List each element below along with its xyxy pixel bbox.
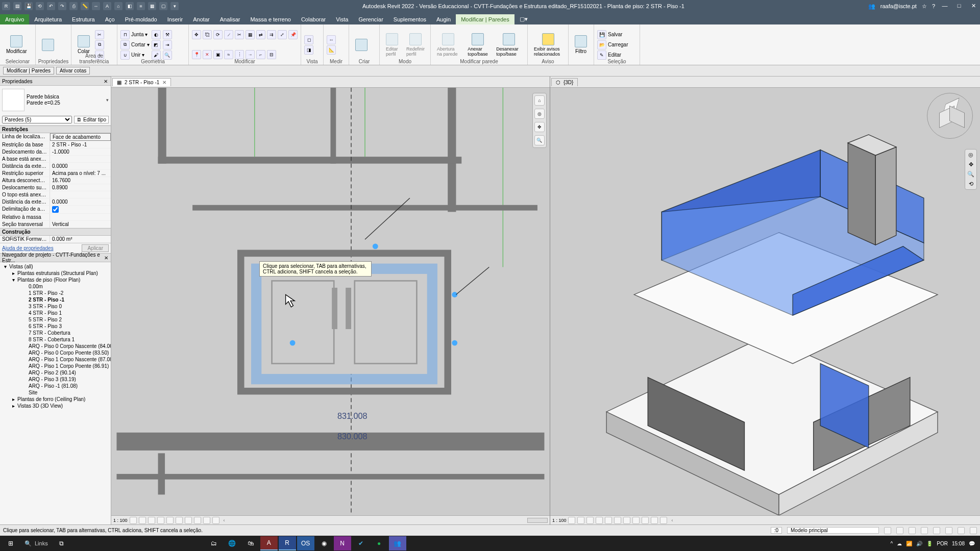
- property-row[interactable]: Distância da extensã...0.0000: [0, 198, 111, 206]
- orbit-icon[interactable]: ⟲: [969, 181, 973, 187]
- browser-item[interactable]: ARQ - Piso 0 Corpo Nascente (84.06): [0, 343, 111, 349]
- delete-icon[interactable]: ✕: [203, 50, 212, 59]
- copy2-icon[interactable]: ⿻: [203, 30, 212, 39]
- property-row[interactable]: Seção transversalVertical: [0, 221, 111, 228]
- constraints-icon[interactable]: [203, 517, 210, 524]
- browser-item[interactable]: 5 STR - Piso 2: [0, 316, 111, 323]
- browser-item[interactable]: 4 STR - Piso 1: [0, 310, 111, 316]
- analytical-icon[interactable]: [212, 517, 219, 524]
- rotate-icon[interactable]: ⟳: [213, 30, 223, 39]
- demolish-icon[interactable]: ⚒: [163, 30, 172, 39]
- copy-icon[interactable]: ⧉: [95, 40, 104, 49]
- pin-icon[interactable]: 📌: [288, 30, 298, 39]
- view-tab-3d[interactable]: ⬡ {3D}: [551, 78, 578, 86]
- browser-item[interactable]: 6 STR - Piso 3: [0, 323, 111, 330]
- property-row[interactable]: Delimitação de ambi...: [0, 206, 111, 214]
- browser-item[interactable]: 7 STR - Cobertura: [0, 330, 111, 336]
- load-selection-button[interactable]: 📂Carregar: [597, 40, 628, 49]
- tab-estrutura[interactable]: Estrutura: [67, 14, 100, 24]
- print-icon[interactable]: ⎙: [69, 2, 78, 10]
- section-box-icon[interactable]: [642, 517, 649, 524]
- zoom-icon[interactable]: 🔍: [534, 135, 545, 145]
- unpin-icon[interactable]: 📍: [192, 50, 201, 59]
- browser-ceiling[interactable]: ▸Plantas de forro (Ceiling Plan): [0, 396, 111, 403]
- apply-button[interactable]: Aplicar: [82, 244, 109, 252]
- close-views-icon[interactable]: ▦: [148, 2, 156, 10]
- splitgap-icon[interactable]: ⊟: [267, 50, 276, 59]
- browser-item[interactable]: 3 STR - Piso 0: [0, 303, 111, 310]
- paste-button[interactable]: Colar: [75, 34, 93, 55]
- offset-icon[interactable]: ⇉: [267, 30, 276, 39]
- browser-3dviews[interactable]: ▸Vistas 3D (3D View): [0, 403, 111, 409]
- background-icon[interactable]: [970, 527, 977, 534]
- tab-vista[interactable]: Vista: [331, 14, 353, 24]
- browser-item[interactable]: Site: [0, 389, 111, 396]
- wheel-icon[interactable]: ◎: [534, 109, 545, 119]
- favorites-icon[interactable]: ☆: [922, 3, 927, 10]
- hide-icon[interactable]: ◻: [304, 35, 313, 44]
- filter-button[interactable]: Filtro: [572, 34, 590, 55]
- view-tab-plan[interactable]: ▦ 2 STR - Piso -1 ✕: [112, 78, 171, 86]
- visual-style-3d-icon[interactable]: [577, 517, 584, 524]
- minimize-button[interactable]: —: [940, 3, 949, 10]
- property-row[interactable]: Relativo à massa: [0, 214, 111, 221]
- align-icon[interactable]: ⇥: [163, 40, 172, 49]
- home-icon[interactable]: ⌂: [534, 95, 545, 106]
- sun-3d-icon[interactable]: [586, 517, 594, 524]
- teams-icon[interactable]: 👥: [389, 536, 406, 550]
- start-button[interactable]: ⊞: [2, 536, 19, 550]
- onenote-icon[interactable]: N: [334, 536, 351, 550]
- reveal-icon[interactable]: [194, 517, 201, 524]
- edit-type-button[interactable]: 🗎 Editar tipo: [74, 116, 109, 123]
- tray-up-icon[interactable]: ^: [891, 541, 893, 546]
- properties-help-link[interactable]: Ajuda de propriedades: [2, 245, 54, 251]
- corner-icon[interactable]: ⌐: [256, 50, 265, 59]
- activate-dims-button[interactable]: Ativar cotas: [56, 67, 90, 74]
- editable-only-icon[interactable]: [884, 527, 891, 534]
- clock[interactable]: 15:08: [952, 541, 965, 546]
- split-face-icon[interactable]: ◩: [152, 40, 161, 49]
- property-row[interactable]: Restrição da base2 STR - Piso -1: [0, 141, 111, 148]
- scale-icon[interactable]: ⤢: [278, 30, 287, 39]
- infocenter-icon[interactable]: 👥: [868, 3, 875, 10]
- autocad-icon[interactable]: A: [260, 536, 278, 550]
- pan-icon[interactable]: ✥: [534, 122, 545, 132]
- crop-icon[interactable]: [166, 517, 174, 524]
- property-row[interactable]: SOFiSTiK Formwork...0.000 m²: [0, 236, 111, 243]
- tab-gerenciar[interactable]: Gerenciar: [354, 14, 388, 24]
- project-browser[interactable]: ▾Vistas (all)▸Plantas estruturais (Struc…: [0, 262, 111, 524]
- property-row[interactable]: Linha de localizaçãoFace de acabamento: [0, 133, 111, 141]
- wifi-icon[interactable]: 📶: [906, 541, 912, 546]
- tab-inserir[interactable]: Inserir: [162, 14, 188, 24]
- create-button[interactable]: [352, 38, 371, 52]
- shadows-icon[interactable]: [157, 517, 164, 524]
- revit-logo-icon[interactable]: R: [2, 2, 10, 10]
- tab-colaborar[interactable]: Colaborar: [296, 14, 331, 24]
- detail-level-icon[interactable]: [130, 517, 137, 524]
- 3d-icon[interactable]: ⌂: [114, 2, 122, 10]
- tab-suplementos[interactable]: Suplementos: [388, 14, 431, 24]
- measure2-icon[interactable]: 📐: [327, 45, 336, 55]
- crop-show-3d-icon[interactable]: [623, 517, 630, 524]
- property-row[interactable]: Deslocamento super...0.8900: [0, 184, 111, 191]
- type-dropdown-icon[interactable]: ▾: [106, 97, 109, 103]
- tab-anotar[interactable]: Anotar: [188, 14, 214, 24]
- highlight-icon[interactable]: 🔍: [163, 51, 172, 60]
- browser-item[interactable]: ARQ - Piso 1 Corpo Nascente (87.08): [0, 356, 111, 363]
- zoom-3d-icon[interactable]: 🔍: [967, 171, 974, 178]
- help-icon[interactable]: ?: [932, 3, 935, 9]
- hscroll-thumb[interactable]: [527, 518, 548, 523]
- sync-icon[interactable]: ⟲: [36, 2, 44, 10]
- tab-aco[interactable]: Aço: [100, 14, 120, 24]
- scale-label-3d[interactable]: 1 : 100: [552, 518, 567, 523]
- unite-button[interactable]: ∪Unir▾: [120, 51, 150, 60]
- workset-dropdown[interactable]: Modelo principal: [787, 527, 879, 534]
- explorer-icon[interactable]: 🗂: [205, 536, 223, 550]
- redo-icon[interactable]: ↷: [58, 2, 66, 10]
- detail-level-3d-icon[interactable]: [568, 517, 575, 524]
- save-icon[interactable]: 💾: [24, 2, 33, 10]
- split-icon[interactable]: ✂: [235, 30, 244, 39]
- browser-item[interactable]: ARQ - Piso -1 (81.08): [0, 383, 111, 389]
- alignpts-icon[interactable]: ⋮: [235, 50, 244, 59]
- dimension-icon[interactable]: ↔: [92, 2, 100, 10]
